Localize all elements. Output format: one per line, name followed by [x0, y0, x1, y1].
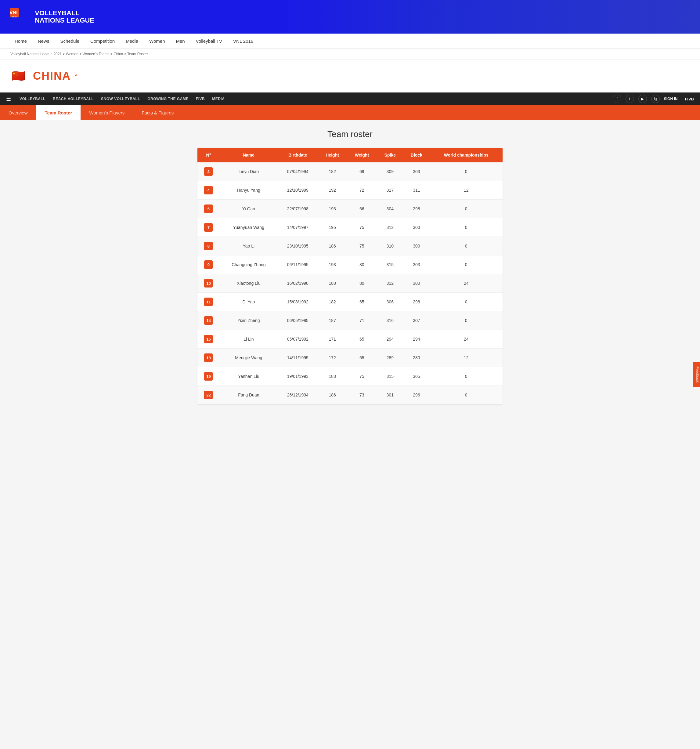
svg-text:VNL: VNL — [9, 10, 19, 15]
player-name: Di Yao — [220, 293, 278, 311]
player-block: 280 — [403, 349, 429, 367]
player-world-champ: 0 — [429, 386, 503, 404]
player-birthdate: 26/12/1994 — [278, 386, 318, 404]
fivb-nav-item-snow-volleyball[interactable]: SNOW VOLLEYBALL — [97, 92, 144, 105]
player-spike: 309 — [377, 162, 403, 181]
nav-item: Home — [9, 34, 32, 49]
country-dropdown-icon[interactable]: ˅ — [74, 74, 78, 81]
table-row: 15Li Lin05/07/19921716529429424 — [197, 330, 503, 349]
player-weight: 69 — [347, 162, 377, 181]
player-spike: 310 — [377, 237, 403, 255]
table-row: 11Di Yao15/08/1992182653062980 — [197, 293, 503, 311]
nav-link-home[interactable]: Home — [9, 34, 32, 49]
table-row: 8Yao Li23/10/1995186753103000 — [197, 237, 503, 255]
breadcrumb-text: Volleyball Nations League 2021 > Women >… — [11, 52, 148, 56]
player-spike: 315 — [377, 367, 403, 386]
nav-link-media[interactable]: Media — [120, 34, 144, 49]
tab-team-roster[interactable]: Team Roster — [36, 105, 81, 120]
fivb-subnav: ☰ VOLLEYBALLBEACH VOLLEYBALLSNOW VOLLEYB… — [0, 92, 700, 105]
nav-link-schedule[interactable]: Schedule — [55, 34, 85, 49]
player-name: Yixin Zheng — [220, 311, 278, 330]
fivb-nav-item-growing-the-game[interactable]: GROWING THE GAME — [144, 92, 192, 105]
player-weight: 66 — [347, 200, 377, 218]
nav-item: VNL 2019 — [228, 34, 259, 49]
youtube-icon[interactable]: ▶ — [638, 95, 647, 103]
player-world-champ: 0 — [429, 293, 503, 311]
table-row: 10Xiaotong Liu16/02/19901888031230024 — [197, 274, 503, 293]
number-badge: 7 — [204, 223, 213, 232]
roster-table-container: N°NameBirthdateHeightWeightSpikeBlockWor… — [197, 148, 503, 404]
number-badge: 4 — [204, 186, 213, 194]
player-height: 187 — [318, 311, 347, 330]
player-block: 303 — [403, 162, 429, 181]
player-spike: 306 — [377, 293, 403, 311]
nav-link-women[interactable]: Women — [144, 34, 170, 49]
player-height: 193 — [318, 255, 347, 274]
nav-link-men[interactable]: Men — [170, 34, 190, 49]
country-name: CHINA ˅ — [33, 70, 78, 83]
player-block: 311 — [403, 181, 429, 200]
player-weight: 72 — [347, 181, 377, 200]
player-number: 15 — [197, 330, 220, 349]
player-weight: 80 — [347, 274, 377, 293]
nav-link-volleyball-tv[interactable]: Volleyball TV — [190, 34, 228, 49]
player-name: Changning Zhang — [220, 255, 278, 274]
player-world-champ: 0 — [429, 311, 503, 330]
player-weight: 80 — [347, 255, 377, 274]
fivb-nav-item-media[interactable]: MEDIA — [208, 92, 228, 105]
number-badge: 8 — [204, 242, 213, 250]
hamburger-icon[interactable]: ☰ — [6, 96, 11, 102]
player-birthdate: 14/07/1997 — [278, 218, 318, 237]
player-number: 19 — [197, 367, 220, 386]
player-weight: 73 — [347, 386, 377, 404]
player-weight: 71 — [347, 311, 377, 330]
player-number: 4 — [197, 181, 220, 200]
fivb-nav-item-volleyball[interactable]: VOLLEYBALL — [16, 92, 49, 105]
player-birthdate: 22/07/1998 — [278, 200, 318, 218]
player-birthdate: 05/07/1992 — [278, 330, 318, 349]
player-number: 11 — [197, 293, 220, 311]
tab-overview[interactable]: Overview — [0, 105, 36, 120]
player-height: 193 — [318, 200, 347, 218]
player-spike: 301 — [377, 386, 403, 404]
logo-area: VNL FIVB VOLLEYBALL NATIONS LEAGUE — [9, 8, 94, 26]
player-world-champ: 24 — [429, 330, 503, 349]
player-number: 8 — [197, 237, 220, 255]
player-block: 298 — [403, 200, 429, 218]
fivb-nav-item-beach-volleyball[interactable]: BEACH VOLLEYBALL — [49, 92, 97, 105]
player-height: 182 — [318, 162, 347, 181]
player-world-champ: 24 — [429, 274, 503, 293]
sign-in-button[interactable]: SIGN IN — [664, 97, 678, 101]
instagram-icon[interactable]: ig — [651, 95, 660, 103]
col-header-spike: Spike — [377, 148, 403, 162]
player-block: 300 — [403, 218, 429, 237]
player-spike: 312 — [377, 274, 403, 293]
table-row: 7Yuanyuan Wang14/07/1997195753123000 — [197, 218, 503, 237]
feedback-tab[interactable]: Feedback — [693, 362, 700, 387]
player-height: 186 — [318, 237, 347, 255]
player-birthdate: 23/10/1995 — [278, 237, 318, 255]
facebook-icon[interactable]: f — [613, 95, 621, 103]
player-birthdate: 12/10/1999 — [278, 181, 318, 200]
player-number: 10 — [197, 274, 220, 293]
nav-item: Schedule — [55, 34, 85, 49]
feedback-label: Feedback — [695, 367, 700, 383]
twitter-icon[interactable]: t — [625, 95, 634, 103]
nav-link-news[interactable]: News — [32, 34, 55, 49]
player-number: 5 — [197, 200, 220, 218]
section-title: Team roster — [197, 129, 503, 139]
player-height: 186 — [318, 386, 347, 404]
player-weight: 65 — [347, 330, 377, 349]
tab-womens-players[interactable]: Women's Players — [81, 105, 133, 120]
fivb-nav-item-fivb[interactable]: FIVB — [192, 92, 208, 105]
player-weight: 65 — [347, 349, 377, 367]
nav-link-competition[interactable]: Competition — [85, 34, 120, 49]
tab-facts-&-figures[interactable]: Facts & Figures — [133, 105, 182, 120]
nav-link-vnl-2019[interactable]: VNL 2019 — [228, 34, 259, 49]
vnl-logo: VNL FIVB — [9, 8, 31, 26]
fivb-logo: FIVB — [685, 97, 694, 101]
table-row: 22Fang Duan26/12/1994186733012960 — [197, 386, 503, 404]
player-name: Mengjie Wang — [220, 349, 278, 367]
nav-item: Volleyball TV — [190, 34, 228, 49]
player-number: 14 — [197, 311, 220, 330]
